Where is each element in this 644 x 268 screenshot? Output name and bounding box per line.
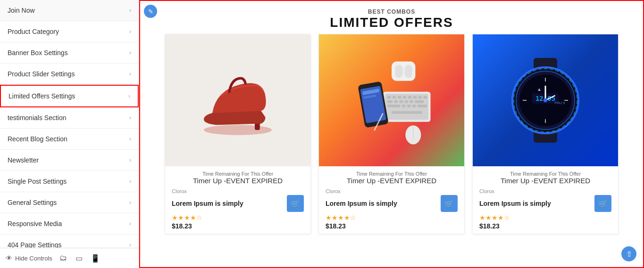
product-image: 12:05 THU 9 ▲ [473, 34, 618, 166]
svg-rect-13 [394, 100, 398, 103]
sidebar-item-responsive-media[interactable]: Responsive Media› [0, 213, 139, 235]
add-to-cart-button[interactable]: 🛒 [441, 195, 458, 212]
chevron-right-icon: › [129, 114, 131, 121]
svg-rect-9 [413, 96, 417, 99]
svg-point-0 [204, 125, 272, 135]
svg-rect-5 [393, 96, 396, 99]
edit-icon[interactable]: ✎ [144, 5, 157, 18]
svg-rect-15 [405, 100, 408, 103]
svg-text:▲: ▲ [537, 87, 542, 92]
svg-rect-21 [412, 105, 416, 107]
product-card: 12:05 THU 9 ▲ Time Remaining For This Of… [472, 34, 619, 234]
svg-rect-23 [392, 111, 422, 114]
sidebar-item-label: Single Post Settings [8, 178, 67, 185]
sidebar-item-join-now[interactable]: Join Now› [0, 0, 139, 21]
star-rating: ★★★★☆ [172, 214, 304, 221]
svg-rect-22 [418, 105, 427, 107]
sidebar-item-general-settings[interactable]: General Settings› [0, 192, 139, 213]
sidebar-item-banner-box[interactable]: Banner Box Settings› [0, 42, 139, 64]
product-price: $18.23 [172, 222, 304, 230]
preview-area: ✎ BEST COMBOS LIMITED OFFERS Time Remain… [139, 0, 644, 268]
sidebar-item-label: General Settings [8, 199, 57, 206]
product-price: $18.23 [326, 222, 458, 230]
chevron-right-icon: › [128, 93, 130, 99]
svg-rect-10 [418, 96, 422, 99]
chevron-right-icon: › [129, 220, 131, 227]
sidebar-item-label: Newsletter [8, 156, 39, 164]
product-brand: Clorox [172, 188, 304, 194]
product-brand: Clorox [479, 188, 611, 194]
timer-value: Timer Up -EVENT EXPIRED [172, 177, 304, 185]
chevron-right-icon: › [129, 178, 131, 185]
sidebar-item-label: Join Now [8, 7, 35, 14]
desktop-icon[interactable]: 🗂 [58, 253, 68, 263]
sidebar-item-testimonials[interactable]: testimonials Section› [0, 107, 139, 129]
svg-rect-19 [402, 105, 405, 107]
sidebar-item-label: Product Slider Settings [8, 70, 75, 78]
sidebar-item-label: Recent Blog Section [8, 135, 67, 143]
timer-value: Timer Up -EVENT EXPIRED [326, 177, 458, 185]
product-name: Lorem Ipsum is simply [172, 200, 287, 207]
add-to-cart-button[interactable]: 🛒 [287, 195, 304, 212]
product-name: Lorem Ipsum is simply [326, 200, 441, 207]
chevron-right-icon: › [129, 28, 131, 35]
tablet-icon[interactable]: ▭ [74, 253, 84, 263]
product-price: $18.23 [479, 222, 611, 230]
svg-rect-6 [398, 96, 401, 99]
sidebar-item-product-slider[interactable]: Product Slider Settings› [0, 64, 139, 85]
sidebar-item-label: Banner Box Settings [8, 49, 68, 57]
chevron-right-icon: › [129, 136, 131, 142]
chevron-right-icon: › [129, 242, 131, 248]
timer-label: Time Remaining For This Offer [326, 171, 458, 177]
timer-label: Time Remaining For This Offer [479, 171, 611, 177]
svg-rect-14 [400, 100, 403, 103]
sidebar-item-product-category[interactable]: Product Category› [0, 21, 139, 42]
sidebar-item-label: Limited Offers Settings [8, 92, 75, 100]
sidebar-item-label: Responsive Media [8, 220, 62, 227]
svg-rect-12 [387, 100, 393, 103]
sidebar-item-newsletter[interactable]: Newsletter› [0, 150, 139, 171]
sidebar: Join Now›Product Category›Banner Box Set… [0, 0, 139, 268]
svg-point-47 [544, 98, 547, 102]
mobile-icon[interactable]: 📱 [90, 253, 100, 263]
svg-rect-29 [395, 65, 403, 78]
product-image [165, 34, 310, 166]
sidebar-item-recent-blog[interactable]: Recent Blog Section› [0, 129, 139, 150]
section-subtitle: BEST COMBOS [140, 8, 643, 15]
star-rating: ★★★★☆ [479, 214, 611, 221]
product-info-box: Time Remaining For This OfferTimer Up -E… [165, 166, 310, 234]
svg-rect-30 [405, 65, 413, 78]
product-name: Lorem Ipsum is simply [479, 200, 594, 207]
add-to-cart-button[interactable]: 🛒 [594, 195, 611, 212]
product-info-box: Time Remaining For This OfferTimer Up -E… [473, 166, 618, 234]
chevron-right-icon: › [129, 199, 131, 206]
eye-icon: 👁 [6, 254, 12, 262]
timer-value: Timer Up -EVENT EXPIRED [479, 177, 611, 185]
sidebar-item-label: Product Category [8, 28, 59, 35]
chevron-right-icon: › [129, 157, 131, 163]
product-card: Time Remaining For This OfferTimer Up -E… [318, 34, 465, 234]
svg-rect-17 [415, 100, 424, 103]
hide-controls-button[interactable]: 👁 Hide Controls [6, 254, 52, 262]
chevron-right-icon: › [129, 7, 131, 14]
product-row: Lorem Ipsum is simply🛒 [326, 195, 458, 212]
product-info-box: Time Remaining For This OfferTimer Up -E… [319, 166, 464, 234]
section-title: LIMITED OFFERS [140, 15, 643, 30]
sidebar-item-single-post[interactable]: Single Post Settings› [0, 171, 139, 192]
chevron-right-icon: › [129, 49, 131, 56]
svg-rect-20 [407, 105, 410, 107]
svg-rect-18 [387, 105, 401, 107]
tech-illustration [340, 49, 443, 152]
product-image [319, 34, 464, 166]
star-rating: ★★★★☆ [326, 214, 458, 221]
chevron-right-icon: › [129, 71, 131, 77]
scroll-up-button[interactable]: ⇧ [621, 246, 636, 261]
svg-rect-4 [387, 96, 391, 99]
svg-text:THU 9: THU 9 [554, 101, 565, 105]
sidebar-item-limited-offers[interactable]: Limited Offers Settings› [0, 85, 139, 107]
product-row: Lorem Ipsum is simply🛒 [172, 195, 304, 212]
product-card: Time Remaining For This OfferTimer Up -E… [165, 34, 311, 234]
timer-label: Time Remaining For This Offer [172, 171, 304, 177]
section-header: BEST COMBOS LIMITED OFFERS [140, 1, 643, 34]
svg-rect-8 [408, 96, 411, 99]
